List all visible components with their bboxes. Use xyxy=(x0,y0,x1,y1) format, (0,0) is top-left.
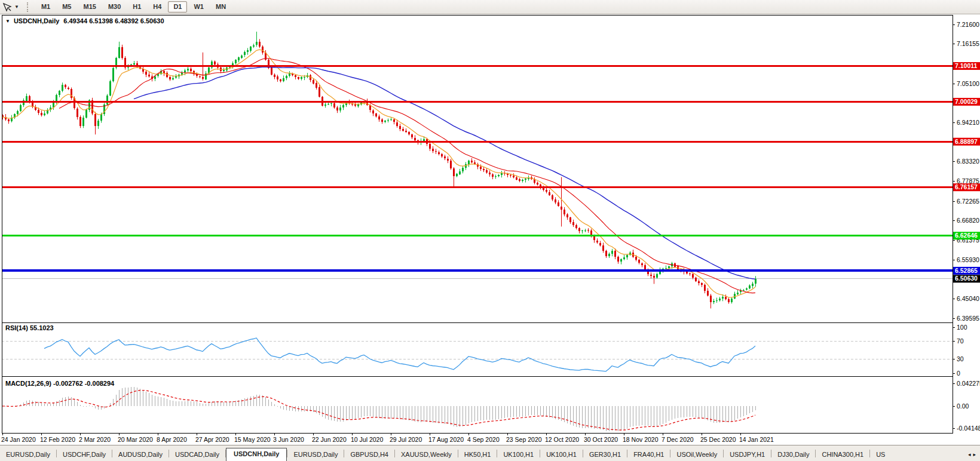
svg-text:12 Feb 2020: 12 Feb 2020 xyxy=(40,436,75,443)
svg-text:0: 0 xyxy=(957,370,960,377)
tab-usdchf-daily[interactable]: USDCHF,Daily xyxy=(57,448,112,461)
svg-text:15 May 2020: 15 May 2020 xyxy=(234,436,271,443)
svg-text:0.00: 0.00 xyxy=(957,402,969,410)
price-axis: 7.216007.161557.051006.942106.833206.778… xyxy=(953,21,980,322)
tab-hk50-h1[interactable]: HK50,H1 xyxy=(458,448,497,461)
svg-text:7.00029: 7.00029 xyxy=(955,98,978,105)
tab-uk100-h1[interactable]: UK100,H1 xyxy=(540,448,583,461)
tab-dj30-daily[interactable]: DJ30,Daily xyxy=(771,448,815,461)
svg-text:2 Mar 2020: 2 Mar 2020 xyxy=(79,436,111,443)
svg-text:6.55930: 6.55930 xyxy=(957,256,979,263)
chart-symbol-label: USDCNH,Daily xyxy=(14,17,59,24)
svg-text:100: 100 xyxy=(957,324,967,331)
svg-text:-0.04148: -0.04148 xyxy=(957,425,980,432)
svg-text:29 Jul 2020: 29 Jul 2020 xyxy=(390,436,422,443)
macd-indicator-label: MACD(12,26,9) -0.002762 -0.008294 xyxy=(5,380,114,387)
svg-text:7.05100: 7.05100 xyxy=(957,80,979,87)
chart-ohlc-values: 6.49344 6.51398 6.48392 6.50630 xyxy=(63,17,164,24)
svg-text:0.042275: 0.042275 xyxy=(957,380,980,387)
svg-text:20 Mar 2020: 20 Mar 2020 xyxy=(118,436,153,443)
svg-text:7.16155: 7.16155 xyxy=(957,40,979,47)
chart-title: ▼ USDCNH,Daily 6.49344 6.51398 6.48392 6… xyxy=(5,17,164,24)
tab-scroll-right-icon[interactable]: ▸ xyxy=(973,451,978,457)
rsi-line xyxy=(44,338,755,371)
svg-text:6.72265: 6.72265 xyxy=(957,198,979,205)
ma-slow-line xyxy=(134,67,755,279)
symbol-tab-bar: EURUSD,DailyUSDCHF,DailyAUDUSD,DailyUSDC… xyxy=(0,445,980,461)
tab-usdcad-daily[interactable]: USDCAD,Daily xyxy=(169,448,225,461)
svg-text:7 Dec 2020: 7 Dec 2020 xyxy=(662,436,694,443)
tab-eurusd-daily[interactable]: EURUSD,Daily xyxy=(287,448,344,461)
svg-text:70: 70 xyxy=(957,337,964,345)
tab-usdcnh-daily[interactable]: USDCNH,Daily xyxy=(226,448,287,461)
horizontal-level-lines xyxy=(2,66,953,271)
macd-histogram xyxy=(3,387,756,431)
svg-text:17 Aug 2020: 17 Aug 2020 xyxy=(428,436,464,443)
tab-fra40-h1[interactable]: FRA40,H1 xyxy=(627,448,670,461)
svg-text:6.52865: 6.52865 xyxy=(955,267,978,274)
svg-text:14 Jan 2021: 14 Jan 2021 xyxy=(739,436,774,443)
tab-usoil-weekly[interactable]: USOil,Weekly xyxy=(670,448,723,461)
svg-text:6.88897: 6.88897 xyxy=(955,138,978,145)
tab-audusd-daily[interactable]: AUDUSD,Daily xyxy=(112,448,169,461)
svg-text:6.50630: 6.50630 xyxy=(955,275,978,282)
rsi-panel xyxy=(2,341,953,359)
svg-text:23 Sep 2020: 23 Sep 2020 xyxy=(506,436,542,443)
ma-mid-line xyxy=(59,59,755,293)
mt4-terminal: { "toolbar": { "timeframes": ["M1","M5",… xyxy=(0,0,980,461)
rsi-indicator-label: RSI(14) 55.1023 xyxy=(5,324,54,331)
tab-xauusd-weekly[interactable]: XAUUSD,Weekly xyxy=(395,448,458,461)
svg-text:3 Jun 2020: 3 Jun 2020 xyxy=(273,436,304,443)
svg-text:22 Jun 2020: 22 Jun 2020 xyxy=(312,436,347,443)
svg-text:7.21600: 7.21600 xyxy=(957,21,979,28)
svg-text:30 Oct 2020: 30 Oct 2020 xyxy=(584,436,618,443)
date-axis: 24 Jan 202012 Feb 20202 Mar 202020 Mar 2… xyxy=(1,433,774,443)
candles-group xyxy=(2,32,757,309)
svg-text:6.45040: 6.45040 xyxy=(957,295,979,302)
svg-text:27 Apr 2020: 27 Apr 2020 xyxy=(195,436,229,443)
svg-text:6.66820: 6.66820 xyxy=(957,217,979,224)
svg-text:6.76157: 6.76157 xyxy=(955,183,978,190)
tab-china300-h1[interactable]: CHINA300,H1 xyxy=(816,448,869,461)
svg-text:18 Nov 2020: 18 Nov 2020 xyxy=(623,436,659,443)
tab-uk100-h1[interactable]: UK100,H1 xyxy=(497,448,540,461)
tab-gbpusd-h4[interactable]: GBPUSD,H4 xyxy=(344,448,394,461)
svg-text:8 Apr 2020: 8 Apr 2020 xyxy=(157,436,187,443)
svg-text:6.39595: 6.39595 xyxy=(957,315,979,322)
tab-us[interactable]: US xyxy=(870,448,891,461)
svg-text:12 Oct 2020: 12 Oct 2020 xyxy=(545,436,579,443)
chart-menu-icon[interactable]: ▼ xyxy=(5,19,10,24)
tab-usdjpy-h1[interactable]: USDJPY,H1 xyxy=(724,448,771,461)
svg-text:25 Dec 2020: 25 Dec 2020 xyxy=(700,436,736,443)
svg-text:24 Jan 2020: 24 Jan 2020 xyxy=(1,436,36,443)
svg-text:6.83320: 6.83320 xyxy=(957,158,979,165)
svg-text:10 Jul 2020: 10 Jul 2020 xyxy=(351,436,383,443)
panel-borders xyxy=(2,16,953,434)
price-chart-canvas[interactable]: 7.216007.161557.051006.942106.833206.778… xyxy=(0,0,980,445)
tab-ger30-h1[interactable]: GER30,H1 xyxy=(583,448,627,461)
indicator-axes: 100703000.0422750.00-0.04148 xyxy=(953,324,980,432)
svg-text:7.10011: 7.10011 xyxy=(955,62,978,69)
tab-eurusd-daily[interactable]: EURUSD,Daily xyxy=(0,448,56,461)
svg-text:4 Sep 2020: 4 Sep 2020 xyxy=(467,436,500,443)
tab-scroll-arrows: ◂▸ xyxy=(965,451,978,457)
svg-text:6.62646: 6.62646 xyxy=(955,232,978,239)
svg-text:6.94210: 6.94210 xyxy=(957,119,979,126)
svg-text:30: 30 xyxy=(957,355,964,362)
